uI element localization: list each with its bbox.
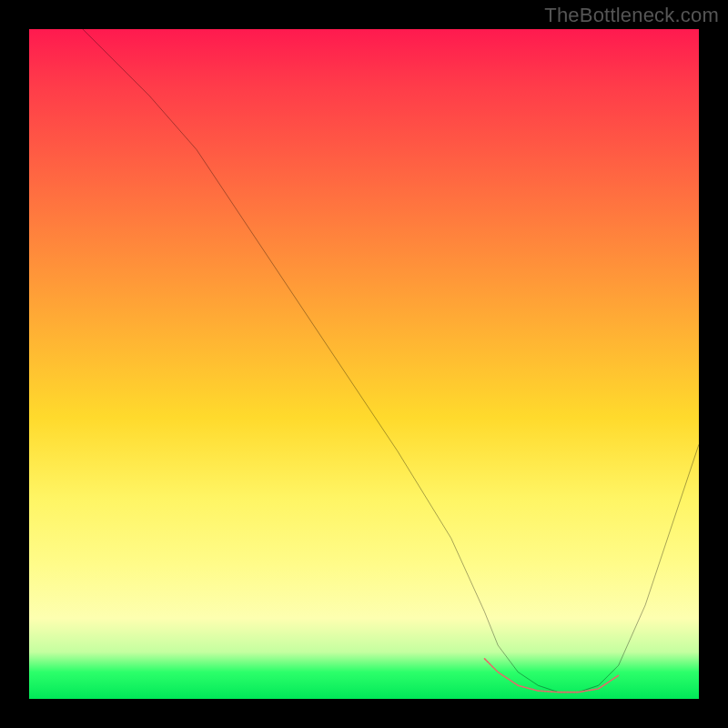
chart-svg bbox=[29, 29, 699, 699]
highlight-band bbox=[484, 659, 618, 693]
watermark-text: TheBottleneck.com bbox=[544, 4, 719, 27]
curve-line bbox=[83, 29, 699, 693]
plot-area bbox=[29, 29, 699, 699]
